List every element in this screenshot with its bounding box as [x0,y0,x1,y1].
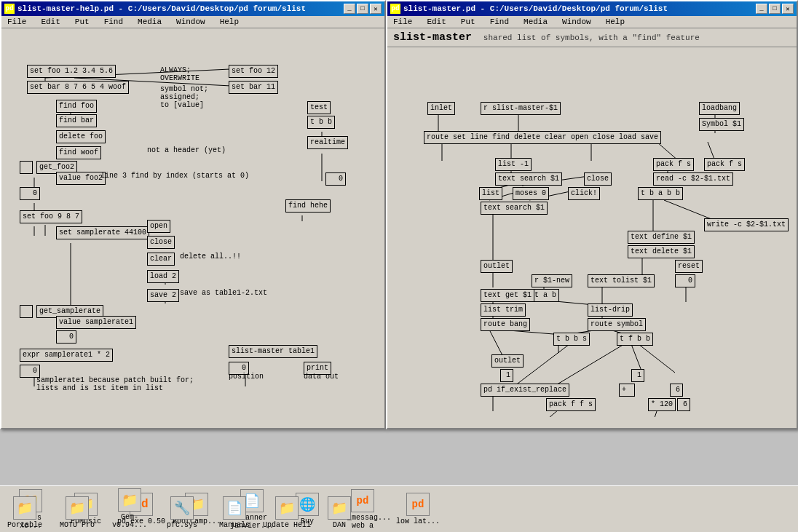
obj-set-foo987[interactable]: set foo 9 8 7 [20,210,82,223]
obj-find-foo[interactable]: find foo [56,100,97,113]
toggle-get-samplerate[interactable] [20,305,33,318]
r-obj-click[interactable]: click! [568,187,600,200]
r-number-1-2[interactable]: 1 [631,369,644,382]
taskbar-item-lowlat[interactable]: pd low lat... [393,493,443,525]
menu-help-left[interactable]: Help [217,17,242,27]
r-obj-read-c[interactable]: read -c $2-$1.txt [653,172,733,186]
taskbar-icon-manuals: 📄 [223,496,246,520]
minimize-btn[interactable]: _ [344,4,355,14]
menu-put-left[interactable]: Put [72,17,92,27]
obj-set-foo12[interactable]: set foo 12 [229,65,278,78]
menu-media-left[interactable]: Media [135,17,165,27]
maximize-btn[interactable]: □ [357,4,368,14]
number-0-1[interactable]: 0 [20,187,40,200]
minimize-btn-right[interactable]: _ [756,4,767,14]
close-btn-left[interactable]: ✕ [370,4,382,14]
r-obj-loadbang[interactable]: loadbang [699,102,740,115]
r-obj-close[interactable]: close [584,172,612,186]
r-obj-text-get[interactable]: text get $1 [481,289,534,302]
taskbar-item-updatehell[interactable]: 📁 Update Hell [262,496,312,529]
r-number-1-1[interactable]: 1 [500,369,513,382]
menu-window-right[interactable]: Window [559,17,594,27]
r-obj-pack-fs2[interactable]: pack f s [704,158,745,171]
r-obj-times120[interactable]: * 120 [648,398,676,411]
menu-file-right[interactable]: File [390,17,415,27]
r-obj-text-search2[interactable]: text search $1 [481,202,548,215]
obj-delete-foo[interactable]: delete foo [56,130,106,143]
obj-set-foo[interactable]: set foo 1.2 3.4 5.6 [27,65,116,78]
r-number-6-1[interactable]: 6 [670,384,683,397]
menu-file-left[interactable]: File [4,17,29,27]
taskbar-item-pfc[interactable]: 🔧 pfc.sys [157,496,207,529]
toggle-get-foo2[interactable] [20,161,33,174]
menu-window-left[interactable]: Window [173,17,208,27]
r-obj-tab[interactable]: t a b [532,289,559,302]
r-obj-write-c[interactable]: write -c $2-$1.txt [704,218,789,231]
menu-help-right[interactable]: Help [603,17,628,27]
r-obj-route-main[interactable]: route set line find delete clear open cl… [424,131,661,144]
obj-slist-master-table1[interactable]: slist-master table1 [229,345,317,358]
r-obj-text-define[interactable]: text define $1 [628,231,695,244]
close-btn-right[interactable]: ✕ [782,4,794,14]
obj-realtime[interactable]: realtime [307,136,348,149]
obj-find-woof[interactable]: find woof [56,146,101,159]
taskbar-item-motu[interactable]: 📁 MOTU Pro [52,496,102,529]
r-obj-route-symbol[interactable]: route symbol [588,318,646,331]
r-obj-moses[interactable]: moses 0 [513,187,549,200]
obj-clear[interactable]: clear [147,253,175,266]
menu-find-right[interactable]: Find [487,17,512,27]
r-obj-tbabb[interactable]: t b a b b [638,187,683,200]
comment-not-header: not a header (yet) [147,146,226,154]
obj-open[interactable]: open [147,220,170,233]
r-obj-pack-fs1[interactable]: pack f s [653,158,694,171]
r-obj-list2[interactable]: list [479,187,502,200]
taskbar-item-gem[interactable]: 📁 Gem-v0.94... [105,488,154,529]
r-obj-list-trim[interactable]: list trim [481,303,526,317]
r-obj-text-search1[interactable]: text search $1 [495,172,562,186]
r-number-0-reset[interactable]: 0 [675,274,695,287]
obj-find-bar[interactable]: find bar [56,114,97,127]
taskbar-item-portable[interactable]: 📁 Portable [0,496,50,529]
r-obj-text-delete[interactable]: text delete $1 [628,245,695,258]
taskbar-item-manuals[interactable]: 📄 Manuals [210,496,259,529]
menu-media-right[interactable]: Media [521,17,550,27]
obj-set-bar[interactable]: set bar 8 7 6 5 4 woof [27,81,129,94]
maximize-btn-right[interactable]: □ [769,4,781,14]
obj-save2[interactable]: save 2 [147,289,179,302]
menu-put-right[interactable]: Put [458,17,478,27]
obj-value-foo2[interactable]: value foo2 [56,172,106,185]
obj-set-bar11[interactable]: set bar 11 [229,81,278,94]
obj-find-hehe[interactable]: find hehe [285,199,331,213]
r-obj-inlet[interactable]: inlet [427,102,455,115]
r-obj-outlet[interactable]: outlet [481,260,513,273]
obj-test[interactable]: test [307,101,331,114]
r-obj-plus[interactable]: + [619,384,635,397]
r-obj-tbbs[interactable]: t b b s [553,333,590,346]
r-obj-pack-ffs[interactable]: pack f f s [546,398,596,411]
r-obj-route-bang[interactable]: route bang [481,318,530,331]
number-0-4[interactable]: 0 [325,172,346,186]
r-obj-text-tolist[interactable]: text tolist $1 [588,274,655,287]
menu-edit-right[interactable]: Edit [424,17,449,27]
r-obj-symbol1[interactable]: Symbol $1 [699,118,744,131]
r-obj-tfbb[interactable]: t f b b [617,333,653,346]
r-obj-r-1new[interactable]: r $1-new [532,274,572,287]
r-obj-outlet2[interactable]: outlet [491,354,524,368]
r-obj-r-slist[interactable]: r slist-master-$1 [481,102,561,115]
comment-delete-all: delete all..!! [180,253,241,261]
number-0-2[interactable]: 0 [56,330,76,344]
obj-close[interactable]: close [147,236,175,249]
obj-load2[interactable]: load 2 [147,270,179,283]
r-obj-list-minus1[interactable]: list -1 [495,158,532,171]
obj-tbb[interactable]: t b b [307,116,335,129]
menu-find-left[interactable]: Find [101,17,126,27]
taskbar-item-dan[interactable]: 📁 DAN [315,496,364,529]
menu-edit-left[interactable]: Edit [38,17,63,27]
r-obj-pd-if-exist[interactable]: pd if_exist_replace [481,384,569,397]
obj-set-samplerate[interactable]: set samplerate 44100 [56,226,149,239]
r-obj-reset[interactable]: reset [675,260,703,273]
obj-expr-samplerate[interactable]: expr samplerate1 * 2 [20,349,113,362]
r-number-6-2[interactable]: 6 [677,398,690,411]
obj-value-samplerate1[interactable]: value samplerate1 [56,316,136,329]
r-obj-list-drip[interactable]: list-drip [588,303,633,317]
